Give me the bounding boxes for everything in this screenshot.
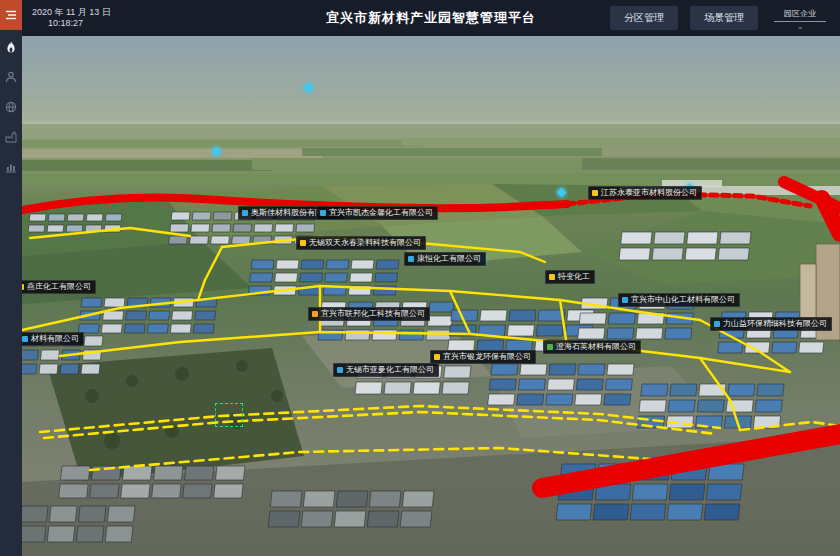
vehicle-marker-icon[interactable] [212, 147, 222, 157]
zone-management-button[interactable]: 分区管理 [610, 6, 678, 30]
sidebar-item-user[interactable] [0, 64, 22, 90]
company-pin-icon [22, 284, 24, 290]
company-label-text: 材料有限公司 [31, 334, 79, 344]
company-pin-icon [408, 256, 414, 262]
selection-box [215, 403, 243, 427]
company-pin-icon [320, 210, 326, 216]
company-pin-icon [714, 321, 720, 327]
header-actions: 分区管理 场景管理 园区企业 ⌄ [610, 6, 830, 30]
company-label[interactable]: 材料有限公司 [22, 332, 84, 346]
map-overlay: 奥斯佳材料股份有限公司宜兴市凯杰金馨化工有限公司无锡双天永春染料科技有限公司康恒… [22, 36, 840, 556]
time-text: 10:18:27 [48, 18, 111, 29]
fire-icon [5, 41, 17, 54]
company-pin-icon [592, 190, 598, 196]
company-label-text: 燕庄化工有限公司 [27, 282, 91, 292]
sidebar-item-globe[interactable] [0, 94, 22, 120]
menu-button[interactable] [0, 0, 22, 30]
sidebar-item-factory[interactable] [0, 124, 22, 150]
company-pin-icon [547, 344, 553, 350]
company-label-text: 无锡市亚曼化工有限公司 [346, 365, 434, 375]
company-label[interactable]: 澄海石英材料有限公司 [543, 340, 641, 354]
company-label-text: 宜兴市银龙环保有限公司 [443, 352, 531, 362]
park-enterprise-dropdown[interactable]: 园区企业 ⌄ [770, 7, 830, 30]
globe-icon [5, 101, 17, 113]
user-icon [5, 71, 17, 83]
company-label[interactable]: 无锡双天永春染料科技有限公司 [296, 236, 426, 250]
company-pin-icon [22, 336, 28, 342]
company-label-text: 宜兴市凯杰金馨化工有限公司 [329, 208, 433, 218]
company-label[interactable]: 无锡市亚曼化工有限公司 [333, 363, 439, 377]
company-label[interactable]: 江苏永泰亚市材料股份公司 [588, 186, 702, 200]
company-pin-icon [622, 297, 628, 303]
company-pin-icon [434, 354, 440, 360]
company-label[interactable]: 宜兴市中山化工材料有限公司 [618, 293, 740, 307]
header-bar: 2020 年 11 月 13 日 10:18:27 宜兴市新材料产业园智慧管理平… [22, 0, 840, 36]
company-label[interactable]: 燕庄化工有限公司 [22, 280, 96, 294]
company-pin-icon [242, 210, 248, 216]
vehicle-marker-icon[interactable] [557, 188, 567, 198]
company-pin-icon [300, 240, 306, 246]
company-label-text: 江苏永泰亚市材料股份公司 [601, 188, 697, 198]
park-enterprise-label: 园区企业 [774, 7, 826, 22]
company-label-text: 澄海石英材料有限公司 [556, 342, 636, 352]
bar-chart-icon [5, 161, 17, 173]
menu-icon [5, 6, 17, 24]
company-label-text: 宜兴市中山化工材料有限公司 [631, 295, 735, 305]
smart-park-platform: 2020 年 11 月 13 日 10:18:27 宜兴市新材料产业园智慧管理平… [0, 0, 840, 556]
company-label-text: 宜兴市联邦化工科技有限公司 [321, 309, 425, 319]
map-3d-viewport[interactable]: 奥斯佳材料股份有限公司宜兴市凯杰金馨化工有限公司无锡双天永春染料科技有限公司康恒… [22, 36, 840, 556]
sidebar [0, 0, 22, 556]
sidebar-item-fire[interactable] [0, 34, 22, 60]
company-label-text: 力山益环保精细科技有限公司 [723, 319, 827, 329]
company-label-text: 无锡双天永春染料科技有限公司 [309, 238, 421, 248]
company-pin-icon [337, 367, 343, 373]
vehicle-marker-icon[interactable] [304, 83, 314, 93]
company-pin-icon [549, 274, 555, 280]
company-label[interactable]: 宜兴市凯杰金馨化工有限公司 [316, 206, 438, 220]
factory-icon [5, 131, 17, 143]
company-label[interactable]: 宜兴市联邦化工科技有限公司 [308, 307, 430, 321]
company-pin-icon [312, 311, 318, 317]
scene-management-button[interactable]: 场景管理 [690, 6, 758, 30]
company-label[interactable]: 康恒化工有限公司 [404, 252, 486, 266]
sidebar-item-bar-chart[interactable] [0, 154, 22, 180]
company-label[interactable]: 宜兴市银龙环保有限公司 [430, 350, 536, 364]
company-label-text: 特变化工 [558, 272, 590, 282]
company-label-text: 康恒化工有限公司 [417, 254, 481, 264]
date-text: 2020 年 11 月 13 日 [32, 7, 111, 18]
company-label[interactable]: 特变化工 [545, 270, 595, 284]
chevron-down-icon: ⌄ [797, 23, 804, 30]
company-label[interactable]: 力山益环保精细科技有限公司 [710, 317, 832, 331]
datetime: 2020 年 11 月 13 日 10:18:27 [32, 7, 111, 29]
